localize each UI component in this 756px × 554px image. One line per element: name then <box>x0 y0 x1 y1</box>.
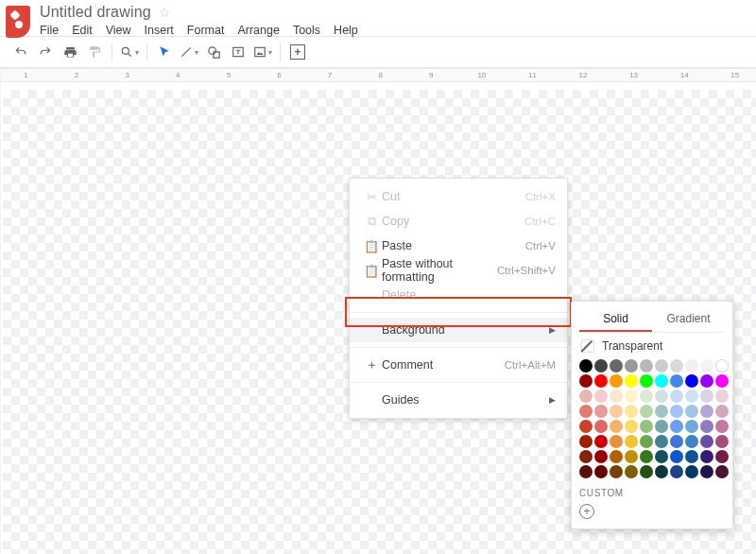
context-menu-item-paste-without-formatting[interactable]: 📋Paste without formattingCtrl+Shift+V <box>350 258 567 283</box>
redo-button[interactable] <box>34 41 57 63</box>
color-swatch[interactable] <box>655 420 668 433</box>
color-swatch[interactable] <box>655 450 668 463</box>
color-swatch[interactable] <box>594 420 608 433</box>
shape-tool-button[interactable] <box>202 41 225 63</box>
color-swatch[interactable] <box>655 435 668 448</box>
color-swatch[interactable] <box>655 374 668 388</box>
color-swatch[interactable] <box>610 405 623 418</box>
color-swatch[interactable] <box>700 359 713 372</box>
menu-edit[interactable]: Edit <box>72 24 93 37</box>
color-swatch[interactable] <box>640 359 653 372</box>
color-swatch[interactable] <box>655 390 668 403</box>
color-swatch[interactable] <box>594 374 608 388</box>
color-swatch[interactable] <box>579 450 593 463</box>
color-swatch[interactable] <box>594 465 608 478</box>
color-swatch[interactable] <box>685 465 698 478</box>
color-swatch[interactable] <box>610 359 623 372</box>
color-swatch[interactable] <box>640 405 653 418</box>
context-menu-item-paste[interactable]: 📋PasteCtrl+V <box>350 234 567 258</box>
document-title[interactable]: Untitled drawing <box>40 4 151 21</box>
color-swatch[interactable] <box>579 359 593 372</box>
color-swatch[interactable] <box>700 374 713 388</box>
color-swatch[interactable] <box>715 374 729 388</box>
color-swatch[interactable] <box>700 390 713 403</box>
context-menu-item-guides[interactable]: Guides▶ <box>350 388 567 412</box>
color-swatch[interactable] <box>715 465 729 478</box>
color-swatch[interactable] <box>625 405 638 418</box>
undo-button[interactable] <box>9 41 32 63</box>
color-swatch[interactable] <box>594 359 608 372</box>
menu-file[interactable]: File <box>40 24 59 37</box>
color-swatch[interactable] <box>640 390 653 403</box>
menu-help[interactable]: Help <box>334 24 358 37</box>
color-swatch[interactable] <box>700 435 713 448</box>
color-swatch[interactable] <box>594 390 608 403</box>
color-swatch[interactable] <box>594 405 608 418</box>
color-swatch[interactable] <box>594 450 608 463</box>
menu-view[interactable]: View <box>106 24 131 37</box>
color-swatch[interactable] <box>579 390 593 403</box>
tab-solid[interactable]: Solid <box>579 307 652 332</box>
select-tool-button[interactable] <box>153 41 176 63</box>
color-swatch[interactable] <box>610 465 623 478</box>
color-swatch[interactable] <box>685 435 698 448</box>
image-tool-button[interactable] <box>251 41 274 63</box>
star-icon[interactable]: ☆ <box>159 5 171 20</box>
context-menu-item-background[interactable]: Background▶ <box>350 318 567 342</box>
menu-insert[interactable]: Insert <box>145 24 174 37</box>
color-swatch[interactable] <box>579 405 593 418</box>
color-swatch[interactable] <box>700 420 713 433</box>
color-swatch[interactable] <box>685 420 698 433</box>
color-swatch[interactable] <box>715 359 729 372</box>
add-button[interactable]: + <box>286 41 309 63</box>
color-swatch[interactable] <box>685 405 698 418</box>
color-swatch[interactable] <box>625 359 638 372</box>
color-swatch[interactable] <box>670 390 683 403</box>
print-button[interactable] <box>59 41 81 63</box>
color-swatch[interactable] <box>640 420 653 433</box>
menu-format[interactable]: Format <box>187 24 225 37</box>
color-swatch[interactable] <box>640 465 653 478</box>
color-swatch[interactable] <box>579 435 593 448</box>
color-swatch[interactable] <box>640 374 653 388</box>
menu-tools[interactable]: Tools <box>293 24 320 37</box>
color-swatch[interactable] <box>610 374 623 388</box>
color-swatch[interactable] <box>715 450 729 463</box>
color-swatch[interactable] <box>685 359 698 372</box>
color-swatch[interactable] <box>700 405 713 418</box>
color-swatch[interactable] <box>579 374 593 388</box>
context-menu-item-comment[interactable]: ＋CommentCtrl+Alt+M <box>350 353 567 377</box>
zoom-button[interactable] <box>118 41 141 63</box>
color-swatch[interactable] <box>655 359 668 372</box>
color-swatch[interactable] <box>625 374 638 388</box>
color-swatch[interactable] <box>625 465 638 478</box>
menu-arrange[interactable]: Arrange <box>237 24 279 37</box>
color-swatch[interactable] <box>670 435 683 448</box>
color-swatch[interactable] <box>715 405 729 418</box>
color-swatch[interactable] <box>685 374 698 388</box>
transparent-option[interactable]: Transparent <box>579 333 725 357</box>
textbox-tool-button[interactable] <box>227 41 249 63</box>
color-swatch[interactable] <box>685 390 698 403</box>
color-swatch[interactable] <box>610 390 623 403</box>
color-swatch[interactable] <box>715 420 729 433</box>
color-swatch[interactable] <box>715 390 729 403</box>
color-swatch[interactable] <box>640 435 653 448</box>
color-swatch[interactable] <box>670 405 683 418</box>
color-swatch[interactable] <box>670 465 683 478</box>
paint-format-button[interactable] <box>83 41 106 63</box>
color-swatch[interactable] <box>715 435 729 448</box>
tab-gradient[interactable]: Gradient <box>652 307 725 332</box>
color-swatch[interactable] <box>594 435 608 448</box>
color-swatch[interactable] <box>700 450 713 463</box>
color-swatch[interactable] <box>670 359 683 372</box>
color-swatch[interactable] <box>610 450 623 463</box>
color-swatch[interactable] <box>579 465 593 478</box>
color-swatch[interactable] <box>625 450 638 463</box>
color-swatch[interactable] <box>670 450 683 463</box>
color-swatch[interactable] <box>655 465 668 478</box>
color-swatch[interactable] <box>625 435 638 448</box>
color-swatch[interactable] <box>685 450 698 463</box>
color-swatch[interactable] <box>625 390 638 403</box>
color-swatch[interactable] <box>670 420 683 433</box>
